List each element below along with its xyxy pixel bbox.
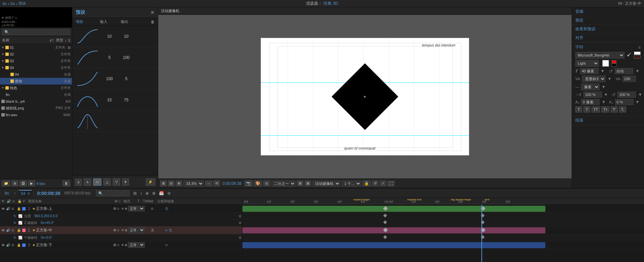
delete-btn[interactable]: 🗑 (63, 181, 70, 186)
quality-select[interactable]: 二分之一 完整 (271, 181, 296, 187)
scale-v-input[interactable] (617, 92, 636, 98)
format-allcaps-btn[interactable]: TT (591, 106, 600, 112)
font-select[interactable]: Microsoft JhengHei (575, 52, 624, 59)
preset-btn-expand[interactable]: ▾ (122, 178, 129, 186)
kf-pos-b[interactable] (481, 214, 484, 217)
style-select[interactable]: Light Regular Bold (575, 60, 599, 67)
preset-btn-menu[interactable]: ≡ (75, 179, 82, 186)
tracking-input[interactable] (622, 76, 636, 82)
import-btn[interactable]: 🖼 (20, 181, 27, 186)
arrow-right[interactable]: › (16, 2, 18, 6)
tree-item-guide[interactable]: 辅助线.png PNG 文件 (0, 105, 72, 111)
tl-tab-fin[interactable]: fin (3, 190, 11, 196)
tree-item-fin[interactable]: fin 合成 (0, 91, 72, 98)
viewer-grid-btn[interactable]: ⊟ (168, 181, 174, 186)
curve-row-4[interactable]: 33 75 (72, 90, 158, 111)
kern-select[interactable]: 度量标准 (582, 75, 606, 82)
tree-item-01[interactable]: ▼ 01 文件夹 ⊞ (0, 44, 72, 51)
footage-btn[interactable]: ▶ (28, 181, 35, 186)
kf-yrot-a[interactable] (383, 235, 387, 239)
scale-h-input[interactable] (583, 92, 602, 98)
kf-yrot-b[interactable] (481, 235, 484, 239)
star-2[interactable]: ★ (32, 228, 35, 232)
viewer-reset-btn[interactable]: ↺ (372, 181, 378, 186)
font-size-input[interactable] (580, 68, 599, 74)
font-color-btn[interactable] (626, 52, 632, 58)
viewer-cycle-btn[interactable]: ⟲ (213, 181, 220, 186)
search-bar[interactable] (0, 28, 72, 37)
format-regular-btn[interactable]: T (575, 106, 582, 112)
tree-item-black[interactable]: black b...p4 AVI (0, 98, 72, 105)
viewer-fit-btn[interactable]: ↔ (205, 181, 212, 186)
stroke-swatch-red[interactable] (612, 60, 616, 63)
solo-3[interactable]: ⊙ (11, 243, 16, 247)
arrow-left[interactable]: ‹ (8, 2, 9, 6)
tl-layer-2[interactable]: 👁 🔊 ⊙ 🔒 2 ★ 正方形-中 单☆ ✕ ⊕ 正常 无 ⊙ (0, 226, 242, 234)
tl-icon-3[interactable]: ⊕ (144, 191, 150, 196)
zoom-select[interactable]: 33.3% 50% 100% (183, 181, 204, 187)
format-smallcaps-btn[interactable]: Tт (601, 106, 609, 112)
lock-3[interactable]: 🔒 (17, 243, 22, 247)
viewer-mode-btn[interactable]: ⊞ (297, 181, 303, 186)
solo-1[interactable]: ⊙ (11, 207, 16, 210)
viewer-expand-btn[interactable]: ⤢ (380, 181, 386, 186)
tl-icon-5[interactable]: 📅 (158, 191, 165, 196)
tl-icon-2[interactable]: ↕ (139, 191, 143, 196)
curve-row-5[interactable] (72, 111, 158, 132)
viewer-lock-btn[interactable]: 🔒 (363, 181, 371, 186)
preset-btn-lightning[interactable]: ⚡ (146, 178, 155, 186)
overlay-btn[interactable]: ◎ (263, 181, 270, 186)
audio-3[interactable]: 🔊 (6, 243, 11, 247)
clip-3[interactable] (242, 242, 545, 248)
kf-rot-a[interactable] (383, 220, 387, 224)
tree-item-pure[interactable]: ▼ 纯色 文件夹 (0, 85, 72, 91)
viewer-safe-btn[interactable]: ⊕ (176, 181, 182, 186)
format-italic-btn[interactable]: T (583, 106, 590, 112)
tl-search-input[interactable] (96, 190, 130, 196)
tree-item-04[interactable]: ▼ 04 文件夹 (0, 64, 72, 71)
fill-color-btn[interactable] (602, 60, 609, 67)
tree-item-04sub[interactable]: 04 合成 (0, 71, 72, 78)
new-comp-btn[interactable]: ⊞ (11, 181, 18, 186)
solo-2[interactable]: ⊙ (11, 228, 16, 232)
format-super-btn[interactable]: T' (611, 106, 618, 112)
clip-1[interactable] (242, 206, 545, 212)
camera-select[interactable]: 活动摄像机 (312, 181, 340, 187)
leading-input[interactable] (615, 68, 633, 74)
mode-select-2[interactable]: 正常 (128, 227, 145, 233)
tree-item-slider[interactable]: 滑块 合成 (0, 78, 72, 85)
tsukuri-input[interactable] (615, 99, 634, 105)
tl-layer-3[interactable]: 👁 🔊 ⊙ 🔒 3 ★ 正方形-下 单☆ ✕ ⊕ 正常 ⊙ (0, 241, 242, 249)
vis-2[interactable]: 👁 (1, 228, 5, 232)
clip-2[interactable] (242, 227, 545, 233)
star-3[interactable]: ★ (32, 243, 35, 247)
new-folder-btn[interactable]: 📁 (2, 181, 10, 186)
tree-item-02[interactable]: ▼ 02 文件夹 (0, 51, 72, 58)
viewer-fullscreen-btn[interactable]: ⛶ (387, 181, 395, 186)
curve-row-2[interactable]: 5 100 (72, 47, 158, 68)
tree-item-03[interactable]: ▼ 03 文件夹 (0, 58, 72, 64)
curve-row-1[interactable]: 10 10 (72, 26, 158, 47)
tree-item-wav[interactable]: fin.wav WAV (0, 111, 72, 118)
search-input[interactable] (2, 29, 70, 35)
lock-1[interactable]: 🔒 (17, 207, 22, 210)
audio-2[interactable]: 🔊 (6, 228, 11, 232)
baseline-input[interactable] (581, 99, 600, 105)
format-sub-btn[interactable]: T, (619, 106, 626, 112)
kf-rot-b[interactable] (481, 220, 484, 224)
curve-row-3[interactable]: 100 5 (72, 68, 158, 90)
mode-select-1[interactable]: 正常 (128, 206, 145, 211)
leading-unit-select[interactable]: 像素 (581, 84, 600, 90)
tl-layer-1[interactable]: 👁 🔊 ⊙ 🔒 1 ★ 正方形-上 单☆ ✕ ⊕ 正常 ⊙ 无 (0, 205, 242, 213)
preset-btn-wave[interactable]: ∧ (84, 178, 91, 186)
fin-label[interactable]: fin (3, 2, 7, 6)
star-1[interactable]: ★ (32, 207, 35, 210)
tl-icon-6[interactable]: ⊘ (166, 191, 172, 196)
view-count-select[interactable]: 1 个... (342, 181, 361, 187)
tl-icon-4[interactable]: ⊗ (151, 191, 157, 196)
stroke-swatch-black[interactable] (612, 64, 616, 67)
preset-btn-tri[interactable]: △ (103, 178, 111, 186)
tl-tab-04[interactable]: 04 ≡ (19, 190, 32, 197)
color-picker-btn[interactable]: 🎨 (254, 181, 262, 186)
mode-select-3[interactable]: 正常 (128, 242, 145, 248)
